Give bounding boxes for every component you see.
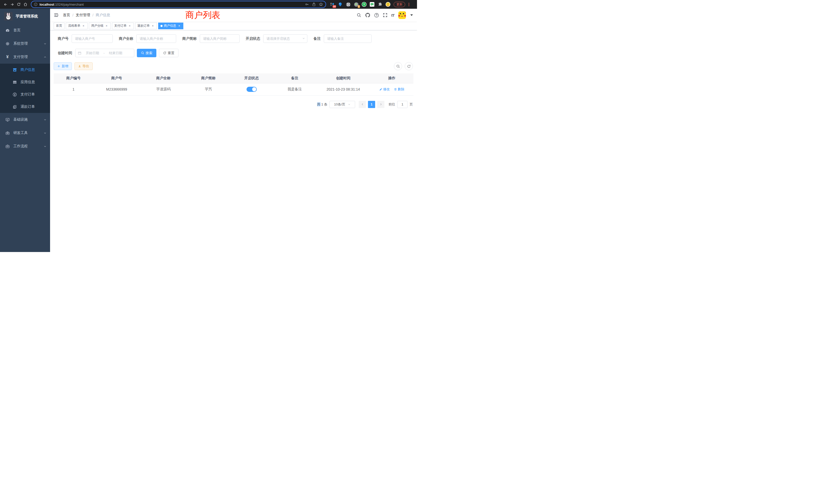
date-end-input[interactable]: [106, 51, 126, 55]
navbar-tools: tT: [357, 11, 413, 19]
close-icon[interactable]: ×: [151, 24, 155, 28]
browser-back-icon[interactable]: [2, 1, 9, 8]
delete-button[interactable]: 删除: [394, 87, 404, 92]
main-panel: 商户列表 首页 / 支付管理 / 商户信息: [50, 9, 417, 252]
full-name-input[interactable]: [136, 35, 176, 43]
font-size-icon[interactable]: tT: [391, 13, 394, 18]
refresh-table-button[interactable]: [405, 62, 413, 70]
share-icon[interactable]: [312, 2, 316, 6]
svg-text:Y: Y: [363, 3, 365, 6]
github-icon[interactable]: [365, 13, 370, 18]
close-icon[interactable]: ×: [82, 24, 85, 28]
col-status: 开启状态: [230, 73, 273, 83]
password-key-icon[interactable]: [305, 2, 309, 6]
user-avatar[interactable]: [398, 11, 406, 19]
help-icon[interactable]: [374, 13, 379, 18]
tag-refund-order[interactable]: 退款订单×: [135, 23, 157, 29]
next-page-button[interactable]: [377, 101, 385, 108]
sidebar-item-system[interactable]: 系统管理: [0, 37, 50, 50]
browser-home-icon[interactable]: [22, 1, 29, 8]
remark-input[interactable]: [324, 35, 372, 43]
close-icon[interactable]: ×: [105, 24, 108, 28]
tag-merchant-info[interactable]: 商户信息×: [158, 23, 183, 29]
sidebar-item-label: 商户信息: [21, 68, 35, 72]
create-time-range-picker[interactable]: -: [75, 49, 134, 57]
date-start-input[interactable]: [83, 51, 103, 55]
sidebar-item-dev-tools[interactable]: 研发工具: [0, 126, 50, 140]
sidebar-item-label: 基础设施: [13, 117, 28, 122]
browser-menu-icon[interactable]: [407, 2, 410, 7]
goto-page-input[interactable]: [397, 101, 408, 108]
prev-page-button[interactable]: [359, 101, 366, 108]
edit-button[interactable]: 修改: [379, 87, 390, 92]
close-icon[interactable]: ×: [128, 24, 131, 28]
tag-process-form[interactable]: 流程表单×: [66, 23, 88, 29]
page-info-icon[interactable]: [34, 3, 38, 6]
extension-recorder-icon[interactable]: 1: [354, 2, 359, 7]
extension-blocks-icon[interactable]: 10: [330, 2, 335, 7]
sidebar-logo[interactable]: 芋道管理系统: [0, 9, 50, 24]
extensions-puzzle-icon[interactable]: [377, 2, 382, 7]
avatar-caret-icon[interactable]: [410, 14, 413, 16]
chevron-down-icon: [348, 103, 351, 106]
sidebar-item-infrastructure[interactable]: 基础设施: [0, 113, 50, 126]
url-path: :1024/pay/merchant: [54, 3, 84, 6]
tag-pay-order[interactable]: 支付订单×: [112, 23, 134, 29]
cell-merchant-no: M233666999: [93, 83, 140, 95]
trash-icon: [394, 88, 397, 91]
close-icon[interactable]: ×: [177, 24, 181, 28]
col-merchant-id: 商户编号: [54, 73, 93, 83]
cell-full-name: 芋道源码: [140, 83, 187, 95]
extension-pin-icon[interactable]: [338, 2, 343, 7]
add-button[interactable]: 新增: [54, 62, 72, 70]
page-size-select[interactable]: 10条/页: [329, 101, 355, 108]
sidebar-item-home[interactable]: 首页: [0, 24, 50, 37]
fullscreen-icon[interactable]: [383, 13, 388, 18]
sidebar: 芋道管理系统 首页 系统管理 ¥ 支付管理: [0, 9, 50, 252]
create-time-label: 创建时间: [58, 51, 72, 55]
col-full-name: 商户全称: [140, 73, 187, 83]
extension-chat-icon[interactable]: [370, 2, 375, 7]
yen-icon: ¥: [5, 54, 10, 60]
breadcrumb-payment[interactable]: 支付管理: [76, 13, 90, 18]
header-search-icon[interactable]: [357, 13, 361, 18]
sidebar-item-merchant-info[interactable]: 商户信息: [0, 64, 50, 76]
browser-forward-icon[interactable]: [9, 1, 16, 8]
browser-reload-icon[interactable]: [16, 1, 22, 8]
sidebar-item-payment[interactable]: ¥ 支付管理: [0, 50, 50, 64]
pagination: 共 1 条 10条/页 1 前往 页: [54, 101, 413, 108]
extension-y-icon[interactable]: Y: [361, 2, 367, 7]
profile-avatar-icon[interactable]: [386, 2, 391, 7]
tag-user-group[interactable]: 用户分组×: [89, 23, 111, 29]
sidebar-item-workflow[interactable]: 工作流程: [0, 140, 50, 153]
browser-update-button[interactable]: 更新: [394, 2, 405, 7]
table-header-row: 商户编号 商户号 商户全称 商户简称 开启状态 备注 创建时间 操作: [54, 73, 413, 83]
status-select[interactable]: [263, 35, 307, 43]
sidebar-item-app-info[interactable]: 应用信息: [0, 76, 50, 88]
extension-badge: 10: [332, 5, 336, 8]
cell-merchant-id: 1: [54, 83, 93, 95]
show-search-toggle-button[interactable]: [394, 62, 402, 70]
merchant-no-input[interactable]: [72, 35, 113, 43]
export-button[interactable]: 导出: [74, 62, 93, 70]
bookmark-star-icon[interactable]: [319, 2, 323, 6]
sidebar-item-refund-order[interactable]: 退款订单: [0, 100, 50, 113]
sidebar-collapse-icon[interactable]: [54, 13, 59, 18]
breadcrumb-home[interactable]: 首页: [63, 13, 70, 18]
sidebar-item-pay-order[interactable]: 支付订单: [0, 88, 50, 100]
search-icon: [141, 51, 144, 55]
remark-label: 备注: [313, 37, 321, 41]
short-name-input[interactable]: [200, 35, 240, 43]
tag-home[interactable]: 首页: [54, 23, 64, 29]
sidebar-item-label: 工作流程: [13, 144, 28, 148]
status-toggle[interactable]: [246, 87, 257, 92]
url-bar[interactable]: localhost:1024/pay/merchant: [31, 1, 326, 8]
page-number-button[interactable]: 1: [368, 101, 375, 108]
toolbox-icon: [5, 131, 10, 135]
dashboard-gauge-icon: [5, 28, 10, 32]
table-row: 1 M233666999 芋道源码 芋艿 我是备注 2021-10-23 08:…: [54, 83, 413, 95]
short-name-label: 商户简称: [182, 37, 197, 41]
search-button[interactable]: 搜索: [137, 49, 156, 57]
extension-command-icon[interactable]: [346, 2, 351, 7]
reset-button[interactable]: 重置: [159, 49, 178, 57]
